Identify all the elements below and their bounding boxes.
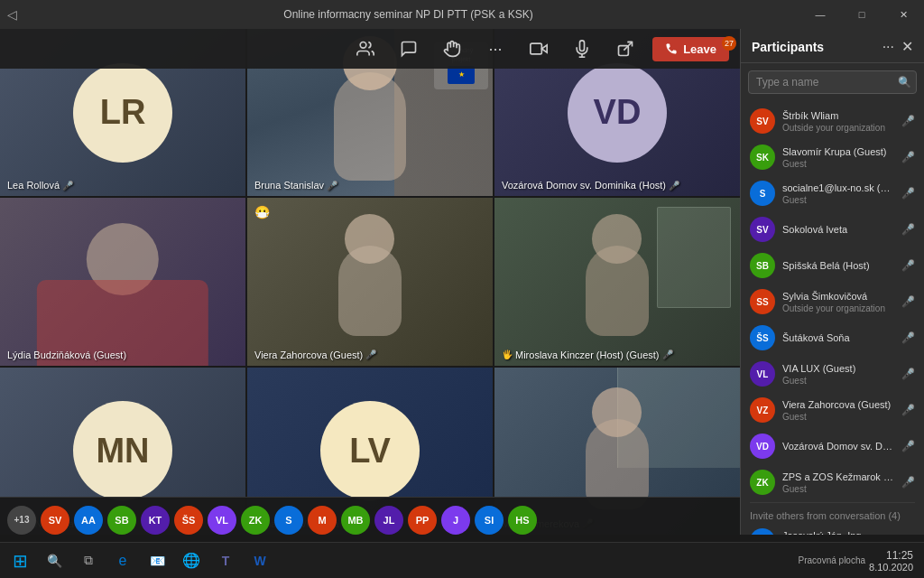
p-sub: Guest [782, 412, 894, 422]
attendee-pp[interactable]: PP [408, 506, 437, 535]
p-info: Šutáková Soňa [782, 331, 894, 344]
participant-item[interactable]: S socialne1@lux-no.sk (Host) Guest 🎤 [741, 175, 924, 211]
avatar-lr: LR [73, 63, 172, 163]
participant-item[interactable]: SS Sylvia Šimkovičová Outside your organ… [741, 284, 924, 320]
participant-item[interactable]: ŠS Šutáková Soňa 🎤 [741, 320, 924, 356]
attendee-mb[interactable]: MB [341, 506, 370, 535]
p-mic-icon: 🎤 [901, 295, 915, 308]
hand-raise-btn[interactable] [436, 33, 468, 65]
start-button[interactable]: ⊞ [4, 545, 36, 577]
task-view-btn[interactable]: ⧉ [72, 545, 105, 577]
attendee-s[interactable]: S [274, 506, 303, 535]
p-sub: Guest [782, 195, 894, 205]
attendee-si[interactable]: SI [475, 506, 504, 535]
chrome-icon[interactable]: 🌐 [175, 545, 208, 577]
p-info: Jasovský Ján, Ing. Outside your organiza… [782, 529, 915, 535]
attendee-jl[interactable]: JL [374, 506, 403, 535]
p-mic-icon: 🎤 [901, 404, 915, 416]
p-name: Šutáková Soňa [782, 331, 894, 344]
search-icon-btn[interactable]: 🔍 [898, 76, 911, 89]
participant-item[interactable]: VD Vozárová Domov sv. Dominik... 🎤 [741, 428, 924, 464]
leave-button[interactable]: Leave [652, 37, 729, 61]
p-mic-icon: 🎤 [901, 368, 915, 380]
p-info: VIA LUX (Guest) Guest [782, 362, 894, 385]
p-info: Viera Zahorcova (Guest) Guest [782, 398, 894, 421]
search-input[interactable] [748, 70, 917, 94]
p-avatar-ss: SS [750, 289, 775, 314]
search-taskbar[interactable]: 🔍 [38, 545, 70, 577]
p-avatar-s: S [750, 181, 775, 206]
p-info: Sylvia Šimkovičová Outside your organiza… [782, 290, 894, 312]
label-viera: Viera Zahorcova (Guest) 🎤 [254, 350, 376, 360]
attendee-sb[interactable]: SB [107, 506, 136, 535]
participant-item[interactable]: SB Spišská Belá (Host) 🎤 [741, 247, 924, 284]
participants-icon-btn[interactable]: 27 [349, 33, 382, 65]
chat-btn[interactable] [393, 33, 425, 65]
p-name: Viera Zahorcova (Guest) [782, 398, 894, 411]
attendee-zk[interactable]: ZK [241, 506, 270, 535]
attendee-ss[interactable]: ŠS [174, 506, 203, 535]
participant-item-invited[interactable]: JJ Jasovský Ján, Ing. Outside your organ… [741, 523, 924, 535]
p-info: Slavomír Krupa (Guest) Guest [782, 145, 894, 168]
maximize-button[interactable]: □ [841, 0, 882, 29]
p-name: VIA LUX (Guest) [782, 362, 894, 375]
mic-icon-bruna: 🎤 [327, 181, 337, 191]
participant-item[interactable]: VZ Viera Zahorcova (Guest) Guest 🎤 [741, 392, 924, 428]
attendee-sv[interactable]: SV [41, 506, 69, 535]
edge-browser-icon[interactable]: e [106, 545, 139, 577]
participants-panel: Participants ··· ✕ 🔍 SV Štrbík Wliam Out… [740, 29, 924, 535]
svg-rect-2 [531, 43, 542, 54]
p-mic-icon: 🎤 [901, 115, 915, 127]
p-info: Štrbík Wliam Outside your organization [782, 109, 894, 132]
taskbar-right: Pracovná plocha 11:25 8.10.2020 [799, 549, 920, 573]
mask-icon: 😷 [254, 205, 270, 219]
p-avatar-sv: SV [750, 108, 775, 134]
label-lea: Lea Rollová 🎤 [7, 180, 73, 191]
attendee-j[interactable]: J [441, 506, 470, 535]
participant-item[interactable]: VL VIA LUX (Guest) Guest 🎤 [741, 356, 924, 392]
label-miroslava: 🖐 Miroslava Kinczer (Host) (Guest) 🎤 [502, 350, 673, 360]
mic-icon-miroslava: 🎤 [662, 350, 673, 359]
video-area: LR Lea Rollová 🎤 Národnýprojekt ★ [0, 29, 740, 535]
p-name: Sylvia Šimkovičová [782, 290, 894, 303]
minimize-button[interactable]: — [799, 0, 841, 29]
attendee-m[interactable]: M [308, 506, 337, 535]
close-button[interactable]: ✕ [882, 0, 924, 29]
teams-icon[interactable]: T [209, 545, 242, 577]
panel-close-btn[interactable]: ✕ [901, 38, 913, 55]
word-icon[interactable]: W [244, 545, 276, 577]
panel-title: Participants [752, 40, 824, 54]
attendee-vl[interactable]: VL [208, 506, 236, 535]
p-info: Spišská Belá (Host) [782, 259, 894, 272]
participant-item[interactable]: SK Slavomír Krupa (Guest) Guest 🎤 [741, 139, 924, 175]
participant-item[interactable]: ZK ZPS a ZOS Kežmarok (Guest) Guest 🎤 [741, 464, 924, 500]
window-controls[interactable]: — □ ✕ [799, 0, 924, 29]
p-info: Vozárová Domov sv. Dominik... [782, 440, 894, 452]
attendee-aa[interactable]: AA [74, 506, 103, 535]
p-mic-icon: 🎤 [901, 476, 915, 489]
video-cell-lydia: Lýdia Budziňáková (Guest) [0, 198, 245, 365]
participants-count-badge: 27 [722, 36, 736, 51]
time-display: 11:25 [869, 549, 913, 562]
outlook-icon[interactable]: 📧 [141, 545, 173, 577]
more-btn[interactable]: ··· [479, 33, 512, 65]
mic-btn[interactable] [566, 33, 598, 65]
participant-item[interactable]: SV Štrbík Wliam Outside your organizatio… [741, 103, 924, 139]
date-display: 8.10.2020 [869, 562, 913, 573]
attendee-kt[interactable]: KT [141, 506, 170, 535]
more-count-badge[interactable]: +13 [7, 506, 36, 535]
p-info: socialne1@lux-no.sk (Host) Guest [782, 182, 894, 204]
panel-more-btn[interactable]: ··· [882, 39, 894, 55]
p-avatar-ss2: ŠS [750, 325, 775, 350]
camera-btn[interactable] [522, 33, 555, 65]
p-mic-icon: 🎤 [901, 187, 915, 200]
mic-icon-viera: 🎤 [365, 350, 376, 359]
p-avatar-vz: VZ [750, 397, 775, 423]
panel-header: Participants ··· ✕ [741, 29, 924, 63]
panel-actions: ··· ✕ [882, 38, 913, 55]
title-bar: ◁ Online informacny seminar NP DI PTT (P… [0, 0, 924, 29]
participant-item[interactable]: SV Sokolová Iveta 🎤 [741, 211, 924, 247]
share-screen-btn[interactable] [609, 33, 642, 65]
attendee-hs[interactable]: HS [508, 506, 537, 535]
p-name: Sokolová Iveta [782, 223, 894, 236]
